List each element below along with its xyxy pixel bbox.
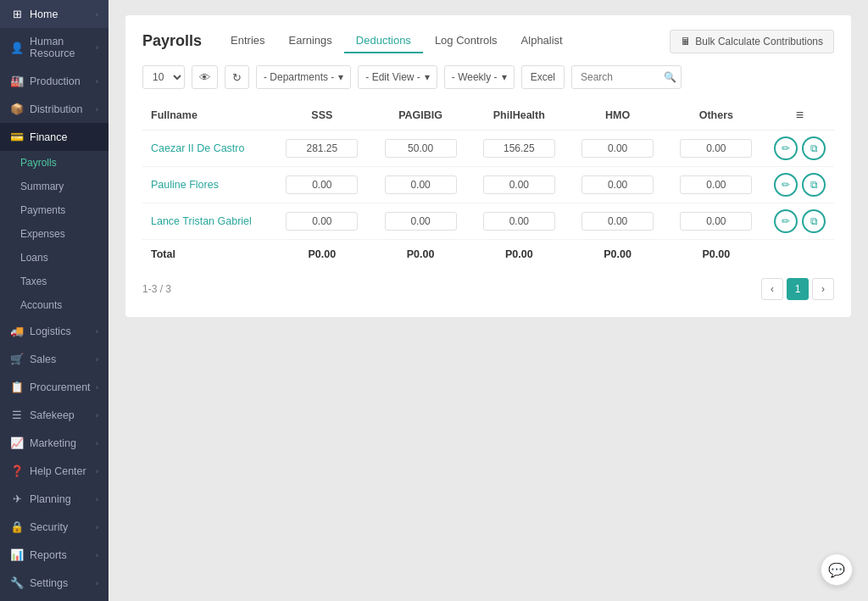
page-next-button[interactable]: › — [812, 278, 834, 300]
edit-button[interactable]: ✏ — [774, 209, 798, 233]
sidebar-item-help-center[interactable]: ❓ Help Center › — [0, 457, 108, 485]
deductions-table: Fullname SSS PAGIBIG PhilHealth HMO Othe… — [142, 101, 834, 266]
employee-link[interactable]: Pauline Flores — [151, 179, 219, 191]
excel-button[interactable]: Excel — [521, 65, 565, 89]
refresh-button[interactable]: ↻ — [225, 65, 249, 89]
sss-input[interactable] — [286, 212, 358, 231]
sidebar-item-marketing[interactable]: 📈 Marketing › — [0, 429, 108, 457]
edit-button[interactable]: ✏ — [774, 173, 798, 197]
cell-philhealth — [470, 167, 568, 203]
production-icon: 🏭 — [10, 75, 24, 87]
sidebar-item-planning[interactable]: ✈ Planning › — [0, 485, 108, 513]
copy-button[interactable]: ⧉ — [802, 209, 826, 233]
edit-view-dropdown[interactable]: - Edit View - ▾ — [358, 65, 437, 89]
col-sss: SSS — [273, 101, 371, 131]
sidebar-item-production[interactable]: 🏭 Production › — [0, 67, 108, 95]
sidebar-sub-loans[interactable]: Loans — [0, 246, 108, 270]
copy-button[interactable]: ⧉ — [802, 173, 826, 197]
sidebar-item-label: Distribution — [30, 103, 83, 115]
total-row: Total P0.00 P0.00 P0.00 P0.00 P0.00 — [142, 240, 834, 267]
pagination-range: 1-3 / 3 — [142, 283, 171, 295]
cell-sss — [273, 131, 371, 167]
chat-bubble[interactable]: 💬 — [821, 554, 853, 586]
others-input[interactable] — [680, 212, 752, 231]
sidebar-item-settings[interactable]: 🔧 Settings › — [0, 569, 108, 597]
sss-input[interactable] — [286, 175, 358, 194]
cell-philhealth — [470, 131, 568, 167]
sidebar-item-logistics[interactable]: 🚚 Logistics › — [0, 317, 108, 345]
per-page-select[interactable]: 10 25 50 — [142, 65, 185, 89]
others-input[interactable] — [680, 139, 752, 158]
chevron-icon: › — [96, 523, 98, 531]
table-row: Caezar II De Castro ✏ ⧉ — [142, 131, 834, 167]
chevron-icon: › — [96, 551, 98, 559]
sales-icon: 🛒 — [10, 353, 24, 365]
pagibig-input[interactable] — [385, 139, 457, 158]
cell-pagibig — [371, 203, 470, 240]
page-prev-button[interactable]: ‹ — [761, 278, 783, 300]
page-1-button[interactable]: 1 — [787, 278, 809, 300]
finance-icon: 💳 — [10, 131, 24, 143]
sidebar-item-safekeep[interactable]: ☰ Safekeep › — [0, 401, 108, 429]
sidebar-item-label: Production — [30, 75, 81, 87]
edit-button[interactable]: ✏ — [774, 136, 798, 160]
sidebar-sub-payments[interactable]: Payments — [0, 198, 108, 222]
pagibig-input[interactable] — [385, 212, 457, 231]
tab-alphalist[interactable]: Alphalist — [509, 29, 575, 53]
departments-dropdown[interactable]: - Departments - ▾ — [256, 65, 351, 89]
copy-button[interactable]: ⧉ — [802, 136, 826, 160]
marketing-icon: 📈 — [10, 437, 24, 449]
sidebar-item-human-resource[interactable]: 👤 Human Resource › — [0, 28, 108, 67]
sidebar-item-home[interactable]: ⊞ Home › — [0, 0, 108, 28]
hmo-input[interactable] — [581, 212, 654, 231]
sidebar-item-distribution[interactable]: 📦 Distribution › — [0, 95, 108, 123]
view-toggle-button[interactable]: 👁 — [192, 65, 218, 89]
pagination-row: 1-3 / 3 ‹ 1 › — [142, 278, 834, 300]
tab-earnings[interactable]: Earnings — [277, 29, 344, 53]
sidebar-item-label: Human Resource — [30, 36, 96, 59]
sidebar-sub-taxes[interactable]: Taxes — [0, 270, 108, 293]
cell-sss — [273, 203, 371, 240]
employee-link[interactable]: Caezar II De Castro — [151, 142, 244, 154]
sidebar-item-reports[interactable]: 📊 Reports › — [0, 541, 108, 569]
sidebar-item-sales[interactable]: 🛒 Sales › — [0, 345, 108, 373]
cell-actions: ✏ ⧉ — [765, 131, 834, 167]
sidebar-sub-expenses[interactable]: Expenses — [0, 222, 108, 246]
tabs-nav: Entries Earnings Deductions Log Controls… — [219, 29, 575, 53]
chevron-icon: › — [96, 383, 98, 392]
chevron-icon: › — [96, 327, 98, 336]
search-wrap: 🔍 — [571, 65, 682, 89]
tab-entries[interactable]: Entries — [219, 29, 276, 53]
sidebar-item-label: Planning — [30, 493, 71, 505]
human-resource-icon: 👤 — [10, 42, 24, 54]
sidebar-item-security[interactable]: 🔒 Security › — [0, 513, 108, 541]
sss-input[interactable] — [286, 139, 358, 158]
philhealth-input[interactable] — [483, 175, 555, 194]
philhealth-input[interactable] — [483, 139, 555, 158]
table-wrap: Fullname SSS PAGIBIG PhilHealth HMO Othe… — [142, 101, 834, 266]
sidebar-sub-payrolls[interactable]: Payrolls — [0, 151, 108, 175]
tab-log-controls[interactable]: Log Controls — [423, 29, 509, 53]
sidebar-sub-accounts[interactable]: Accounts — [0, 293, 108, 317]
bulk-calculate-button[interactable]: 🖩 Bulk Calculate Contributions — [670, 30, 834, 53]
col-fullname: Fullname — [142, 101, 273, 131]
cell-pagibig — [371, 131, 470, 167]
weekly-dropdown[interactable]: - Weekly - ▾ — [444, 65, 515, 89]
hmo-input[interactable] — [581, 175, 654, 194]
pagibig-input[interactable] — [385, 175, 457, 194]
hmo-input[interactable] — [581, 139, 654, 158]
cell-name: Lance Tristan Gabriel — [142, 203, 273, 240]
sidebar-item-procurement[interactable]: 📋 Procurement › — [0, 373, 108, 401]
chat-icon: 💬 — [828, 562, 845, 578]
sidebar-sub-summary[interactable]: Summary — [0, 175, 108, 198]
sidebar-item-finance[interactable]: 💳 Finance — [0, 123, 108, 151]
tab-deductions[interactable]: Deductions — [344, 29, 423, 53]
menu-icon: ≡ — [796, 108, 804, 122]
sidebar-item-label: Settings — [30, 577, 68, 589]
philhealth-input[interactable] — [483, 212, 555, 231]
others-input[interactable] — [680, 175, 752, 194]
cell-sss — [273, 167, 371, 203]
employee-link[interactable]: Lance Tristan Gabriel — [151, 215, 252, 227]
sidebar-item-label: Procurement — [30, 381, 91, 393]
cell-actions: ✏ ⧉ — [765, 203, 834, 240]
